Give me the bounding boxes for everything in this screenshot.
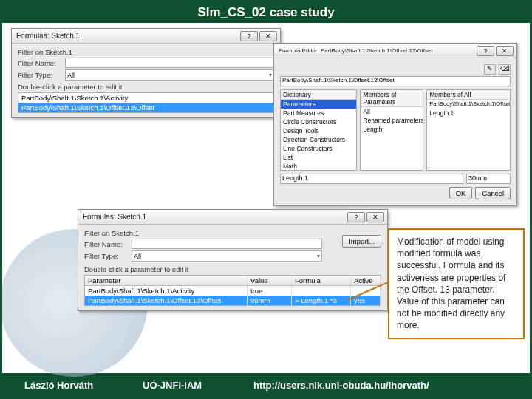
close-button[interactable]: ✕ (259, 31, 277, 41)
list-item[interactable]: Circle Constructors (281, 117, 356, 126)
close-button[interactable]: ✕ (366, 212, 384, 222)
list-item[interactable]: Part Measures (281, 109, 356, 117)
cell: true (248, 286, 292, 296)
formulas-window-bottom: Formulas: Sketch.1 ? ✕ Filter on Sketch.… (78, 209, 388, 311)
list-item[interactable]: Parameters (281, 100, 356, 109)
cancel-button[interactable]: Cancel (475, 187, 511, 200)
list-item[interactable]: PartBody\Shaft.1\Sketch.1\Offset.13\Offs… (427, 100, 510, 109)
list-item[interactable]: List (281, 153, 356, 162)
edit-hint: Double-click a parameter to edit it (18, 83, 274, 91)
cell: = Length.1 *3 (292, 296, 351, 305)
callout-arrow (347, 281, 392, 310)
cell: 90mm (248, 296, 292, 305)
cell (292, 286, 351, 296)
th-parameter[interactable]: Parameter (85, 276, 248, 285)
filter-type-select[interactable]: All (65, 69, 274, 81)
filter-type-select[interactable]: All (132, 250, 322, 262)
formula-editor-title: Formula Editor: PartBody\Shaft.1\Sketch.… (277, 47, 477, 54)
list-item[interactable]: Direction Constructors (281, 135, 356, 144)
help-button[interactable]: ? (240, 31, 258, 41)
footer-org: UÓ-JNFI-IAM (143, 380, 253, 391)
filter-name-input[interactable] (132, 239, 322, 249)
formula-path-input[interactable]: PartBody\Shaft.1\Sketch.1\Offset.13\Offs… (280, 76, 511, 86)
filter-name-label: Filter Name: (84, 240, 129, 248)
svg-line-0 (347, 281, 392, 300)
list-item[interactable]: All (361, 107, 423, 116)
formulas-bottom-title: Formulas: Sketch.1 (81, 213, 347, 221)
filter-name-label: Filter Name: (18, 59, 62, 67)
ok-button[interactable]: OK (449, 187, 473, 200)
list-item[interactable]: Design Tools (281, 126, 356, 135)
members-params-list[interactable]: Members of Parameters All Renamed parame… (360, 89, 423, 171)
formulas-window-top: Formulas: Sketch.1 ? ✕ Filter on Sketch.… (11, 28, 281, 118)
table-row[interactable]: PartBody\Shaft.1\Sketch.1\Activity true (85, 286, 381, 296)
result-input[interactable]: Length.1 (280, 174, 463, 184)
cell: PartBody\Shaft.1\Sketch.1\Offset.13\Offs… (85, 296, 248, 305)
list-item[interactable]: Math (281, 162, 356, 171)
cell: PartBody\Shaft.1\Sketch.1\Activity (85, 286, 248, 296)
annotation-callout: Modification of model using modified for… (388, 228, 525, 339)
filter-on-label: Filter on Sketch.1 (84, 229, 322, 237)
help-button[interactable]: ? (347, 212, 365, 222)
list-item[interactable]: Length.1 (427, 109, 510, 117)
parameter-table[interactable]: Parameter Value Formula Active PartBody\… (84, 275, 381, 306)
filter-type-label: Filter Type: (18, 71, 62, 79)
formulas-top-titlebar[interactable]: Formulas: Sketch.1 ? ✕ (12, 29, 280, 44)
formula-editor-window: Formula Editor: PartBody\Shaft.1\Sketch.… (273, 43, 517, 206)
close-button[interactable]: ✕ (496, 46, 514, 56)
slide-footer: László Horváth UÓ-JNFI-IAM http://users.… (2, 373, 530, 397)
list-item[interactable]: Line Constructors (281, 144, 356, 153)
formulas-bottom-titlebar[interactable]: Formulas: Sketch.1 ? ✕ (78, 210, 387, 225)
edit-hint: Double-click a parameter to edit it (84, 265, 381, 273)
col-header: Members of Parameters (361, 90, 423, 107)
formula-editor-titlebar[interactable]: Formula Editor: PartBody\Shaft.1\Sketch.… (274, 44, 516, 58)
col-header: Members of All (427, 90, 510, 100)
th-value[interactable]: Value (248, 276, 292, 285)
parameter-row[interactable]: PartBody\Shaft.1\Sketch.1\Activity (18, 93, 273, 103)
dictionary-list[interactable]: Dictionary Parameters Part Measures Circ… (280, 89, 357, 171)
parameter-list[interactable]: PartBody\Shaft.1\Sketch.1\Activity PartB… (18, 92, 274, 113)
value-input[interactable]: 30mm (466, 174, 511, 184)
filter-on-label: Filter on Sketch.1 (18, 48, 274, 56)
filter-type-label: Filter Type: (84, 252, 129, 260)
list-item[interactable]: Renamed parameters (361, 116, 423, 125)
help-button[interactable]: ? (477, 46, 494, 56)
col-header: Dictionary (281, 90, 356, 100)
table-row-selected[interactable]: PartBody\Shaft.1\Sketch.1\Offset.13\Offs… (85, 296, 381, 305)
parameter-row-selected[interactable]: PartBody\Shaft.1\Sketch.1\Offset.13\Offs… (18, 103, 273, 112)
formulas-top-title: Formulas: Sketch.1 (15, 32, 240, 40)
th-formula[interactable]: Formula (292, 276, 351, 285)
footer-author: László Horváth (24, 380, 143, 391)
filter-name-input[interactable] (65, 58, 274, 68)
import-button[interactable]: Import... (342, 235, 381, 248)
list-item[interactable]: Length (361, 125, 423, 134)
editor-tool-icon[interactable]: ✎ (484, 64, 496, 75)
slide-title: SIm_CS_02 case study (2, 2, 530, 23)
editor-erase-icon[interactable]: ⌫ (499, 64, 511, 75)
members-all-list[interactable]: Members of All PartBody\Shaft.1\Sketch.1… (426, 89, 511, 171)
footer-url: http://users.nik.uni-obuda.hu/lhorvath/ (253, 380, 508, 391)
